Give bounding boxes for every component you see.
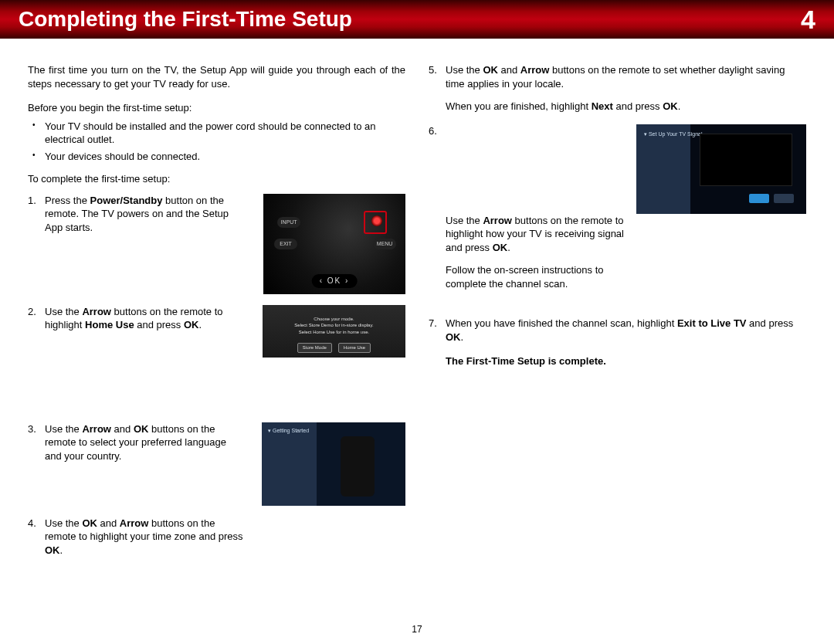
step-1-text: Press the Power/Standby button on the re…	[45, 194, 244, 235]
step-6-follow: Follow the on-screen instructions to com…	[446, 263, 636, 290]
figure-remote: INPUT EXIT MENU ‹ OK ›	[263, 194, 405, 294]
step-6-text: Use the Arrow buttons on the remote to h…	[446, 214, 636, 291]
prereq-list: Your TV should be installed and the powe…	[28, 120, 405, 164]
steps-list-right: Use the OK and Arrow buttons on the remo…	[429, 63, 806, 344]
remote-input-button: INPUT	[277, 217, 300, 228]
steps-list-left: INPUT EXIT MENU ‹ OK › Press the Power/S…	[28, 194, 405, 506]
figure-choose-mode: Choose your mode. Select Store Demo for …	[263, 305, 405, 358]
left-column: The first time you turn on the TV, the S…	[28, 63, 405, 557]
page-number: 17	[0, 624, 834, 635]
before-heading: Before you begin the first-time setup:	[28, 101, 405, 115]
step-2: Choose your mode. Select Store Demo for …	[28, 305, 405, 412]
remote-exit-button: EXIT	[274, 239, 297, 249]
store-mode-button: Store Mode	[297, 343, 332, 352]
figure-language: ▾ Getting Started	[262, 422, 405, 506]
right-column: Use the OK and Arrow buttons on the remo…	[429, 63, 806, 557]
page-title: Completing the First-Time Setup	[19, 7, 352, 32]
content-area: The first time you turn on the TV, the S…	[0, 39, 834, 557]
signal-tv-preview	[700, 134, 792, 186]
signal-other-button	[774, 194, 794, 203]
step-5: Use the OK and Arrow buttons on the remo…	[429, 63, 806, 114]
setup-complete: The First-Time Setup is complete.	[429, 354, 806, 368]
home-use-button: Home Use	[338, 343, 371, 352]
step-6: ▾ Set Up Your TV Signal Use the Arrow bu…	[429, 124, 806, 307]
step-1: INPUT EXIT MENU ‹ OK › Press the Power/S…	[28, 194, 405, 294]
step-3-text: Use the Arrow and OK buttons on the remo…	[45, 422, 244, 463]
step-4-text: Use the OK and Arrow buttons on the remo…	[45, 517, 244, 558]
step-2-text: Use the Arrow buttons on the remote to h…	[45, 305, 244, 332]
page-header: Completing the First-Time Setup 4	[0, 0, 834, 39]
remote-menu-button: MENU	[373, 239, 396, 249]
figure-tv-signal: ▾ Set Up Your TV Signal	[636, 124, 806, 214]
chapter-number: 4	[801, 5, 815, 35]
to-complete-heading: To complete the first-time setup:	[28, 172, 405, 186]
step-3: ▾ Getting Started Use the Arrow and OK b…	[28, 422, 405, 506]
prereq-item: Your TV should be installed and the powe…	[45, 120, 405, 147]
step-5-finish: When you are finished, highlight Next an…	[446, 100, 806, 114]
prereq-item: Your devices should be connected.	[45, 150, 405, 164]
intro-text: The first time you turn on the TV, the S…	[28, 63, 405, 90]
signal-done-button	[749, 194, 769, 203]
step-7: When you have finished the channel scan,…	[429, 317, 806, 344]
remote-ok-bar: ‹ OK ›	[312, 274, 358, 288]
